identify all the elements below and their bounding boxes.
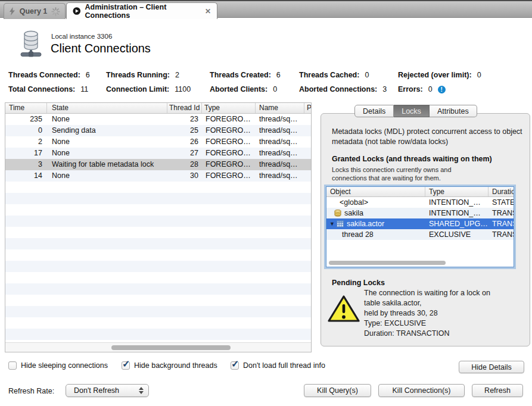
tab-attributes[interactable]: Attributes bbox=[430, 105, 477, 117]
column-header-name[interactable]: Name bbox=[256, 103, 304, 113]
kill-connection-button[interactable]: Kill Connection(s) bbox=[378, 384, 465, 397]
granted-locks-subtitle: Locks this connection currently owns and… bbox=[332, 165, 452, 182]
connection-row[interactable]: 0Sending data25FOREGRO…thread/sq… bbox=[5, 125, 311, 136]
tab-query-1-label: Query 1 bbox=[20, 7, 48, 15]
editor-tab-bar: Query 1 Administration – Client Connecti… bbox=[0, 0, 532, 18]
locks-panel: Metadata locks (MDL) protect concurrent … bbox=[321, 113, 530, 346]
scrollbar-thumb[interactable] bbox=[111, 345, 231, 350]
tab-locks[interactable]: Locks bbox=[394, 105, 430, 117]
server-stats: Threads Connected:6 Threads Running:2 Th… bbox=[8, 68, 528, 96]
lock-row-thread-28[interactable]: thread 28 EXCLUSIVE TRANSACTION bbox=[326, 229, 514, 240]
locks-table-header: Object Type Duration bbox=[326, 187, 514, 197]
warning-icon bbox=[327, 294, 360, 324]
table-icon bbox=[337, 220, 344, 227]
connection-row[interactable]: 235None23FOREGRO…thread/sq… bbox=[5, 114, 311, 125]
mdl-description: Metadata locks (MDL) protect concurrent … bbox=[332, 127, 525, 147]
details-tab-bar: Details Locks Attributes bbox=[354, 105, 477, 117]
stat-errors: Errors:0! bbox=[398, 85, 528, 93]
column-header-thread-id[interactable]: Thread Id bbox=[167, 103, 202, 113]
stat-threads-connected: Threads Connected:6 bbox=[8, 71, 106, 79]
locks-horizontal-scrollbar[interactable] bbox=[328, 260, 512, 266]
column-header-duration[interactable]: Duration bbox=[489, 187, 514, 196]
tab-query-1[interactable]: Query 1 bbox=[4, 3, 66, 19]
stat-total-connections: Total Connections:11 bbox=[8, 85, 106, 93]
database-server-icon bbox=[17, 29, 45, 58]
column-header-object[interactable]: Object bbox=[326, 187, 425, 196]
connections-rows: 235None23FOREGRO…thread/sq…0Sending data… bbox=[5, 114, 311, 182]
connections-horizontal-scrollbar[interactable] bbox=[5, 342, 311, 352]
connections-empty-area bbox=[5, 182, 311, 342]
tab-details[interactable]: Details bbox=[354, 105, 394, 117]
tab-active-label: Administration – Client Connections bbox=[85, 3, 201, 20]
checkbox-label: Hide background threads bbox=[134, 361, 217, 370]
refresh-button[interactable]: Refresh bbox=[472, 384, 523, 397]
client-connections-window: Query 1 Administration – Client Connecti… bbox=[0, 0, 532, 406]
connections-table-header: Time State Thread Id Type Name Pa bbox=[5, 103, 311, 114]
checkbox-hide-sleeping[interactable]: ✓ Hide sleeping connections bbox=[8, 361, 108, 370]
column-header-type[interactable]: Type bbox=[202, 103, 256, 113]
checkbox-hide-background[interactable]: ✓ Hide background threads bbox=[122, 361, 217, 370]
connections-table: Time State Thread Id Type Name Pa 235Non… bbox=[5, 102, 312, 352]
connection-row[interactable]: 14None30FOREGRO…thread/sq… bbox=[5, 170, 311, 182]
instance-subtitle: Local instance 3306 bbox=[51, 33, 112, 40]
refresh-rate-label: Refresh Rate: bbox=[8, 387, 54, 395]
refresh-rate-select[interactable]: Don't Refresh bbox=[66, 384, 149, 397]
column-header-lock-type[interactable]: Type bbox=[425, 187, 489, 196]
filter-options: ✓ Hide sleeping connections ✓ Hide backg… bbox=[0, 361, 453, 372]
hide-details-button[interactable]: Hide Details bbox=[459, 361, 524, 373]
checkbox-dont-load-full[interactable]: ✓ Don't load full thread info bbox=[231, 361, 325, 370]
lock-row-sakila-actor[interactable]: ▼ sakila.actor SHARED_UPG… TRANSACTION bbox=[326, 218, 514, 229]
tab-administration-client-connections[interactable]: Administration – Client Connections ✕ bbox=[66, 2, 217, 19]
checkbox-box[interactable]: ✓ bbox=[122, 361, 130, 370]
granted-locks-title: Granted Locks (and threads waiting on th… bbox=[332, 155, 492, 163]
page-title: Client Connections bbox=[51, 42, 151, 55]
stat-threads-running: Threads Running:2 bbox=[106, 71, 210, 79]
connection-row[interactable]: 17None27FOREGRO…thread/sq… bbox=[5, 148, 311, 159]
lightning-icon bbox=[9, 7, 15, 15]
stat-rejected: Rejected (over limit):0 bbox=[398, 71, 528, 79]
pending-locks-description: The connection is waiting for a lock on … bbox=[364, 288, 490, 339]
checkbox-box[interactable]: ✓ bbox=[8, 361, 17, 370]
lock-row-sakila[interactable]: sakila INTENTION_… TRANSACTION bbox=[326, 208, 514, 218]
granted-locks-table: Object Type Duration <global> INTENTION_… bbox=[326, 186, 514, 267]
stat-aborted-connections: Aborted Connections:3 bbox=[299, 85, 398, 93]
lock-row-global[interactable]: <global> INTENTION_… STATEMENT bbox=[326, 197, 514, 208]
kill-query-button[interactable]: Kill Query(s) bbox=[304, 384, 371, 397]
scrollbar-thumb[interactable] bbox=[329, 261, 446, 265]
tab-close-icon[interactable]: ✕ bbox=[205, 7, 211, 15]
stat-threads-cached: Threads Cached:0 bbox=[299, 71, 398, 79]
checkbox-label: Don't load full thread info bbox=[243, 361, 325, 370]
column-header-state[interactable]: State bbox=[47, 103, 167, 113]
errors-info-icon[interactable]: ! bbox=[438, 86, 446, 93]
stepper-arrows-icon bbox=[139, 387, 144, 394]
column-header-pa[interactable]: Pa bbox=[304, 103, 311, 113]
connection-row[interactable]: 3Waiting for table metadata lock28FOREGR… bbox=[5, 159, 311, 170]
checkbox-box[interactable]: ✓ bbox=[231, 361, 239, 370]
checkbox-label: Hide sleeping connections bbox=[21, 361, 108, 370]
busy-spinner-icon bbox=[51, 7, 60, 16]
pending-locks-title: Pending Locks bbox=[332, 279, 385, 287]
admin-play-icon bbox=[73, 7, 81, 15]
connection-row[interactable]: 2None26FOREGRO…thread/sq… bbox=[5, 136, 311, 148]
schema-icon bbox=[334, 210, 341, 217]
refresh-rate-value: Don't Refresh bbox=[74, 386, 119, 395]
stat-aborted-clients: Aborted Clients:0 bbox=[210, 85, 299, 93]
expander-icon[interactable]: ▼ bbox=[329, 218, 335, 229]
column-header-time[interactable]: Time bbox=[5, 103, 47, 113]
stat-connection-limit: Connection Limit:1100 bbox=[106, 85, 210, 93]
stat-threads-created: Threads Created:6 bbox=[210, 71, 299, 79]
